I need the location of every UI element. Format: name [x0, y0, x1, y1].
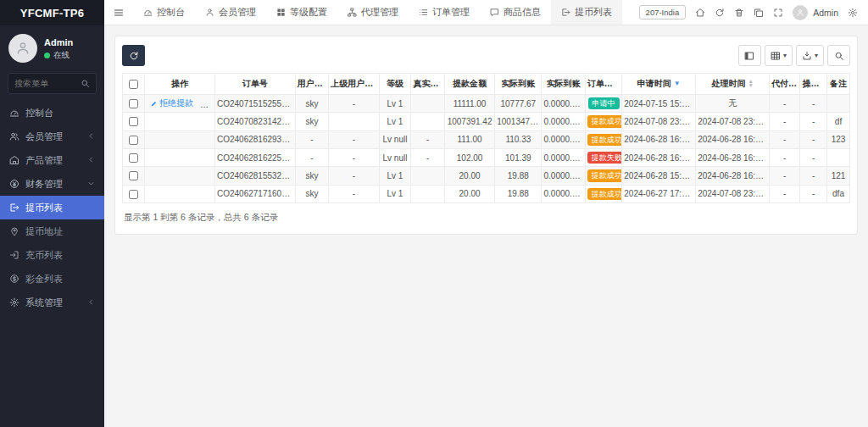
topnav-tab-2[interactable]: 等级配置	[266, 0, 337, 25]
topnav-tab-label: 商品信息	[504, 6, 541, 19]
cell-amount: 20.00	[444, 167, 494, 185]
topnav-tab-3[interactable]: 代理管理	[337, 0, 409, 25]
cell-pay-method: -	[770, 95, 800, 113]
column-header[interactable]: 申请时间▼	[622, 74, 696, 95]
cell-amount: 11111.00	[444, 95, 494, 113]
cell-process-time: 2024-06-28 16:23:42	[696, 149, 770, 167]
topnav-tab-5[interactable]: 商品信息	[480, 0, 551, 25]
cell-parent-user	[329, 113, 379, 130]
refresh-button[interactable]	[715, 8, 725, 18]
column-header[interactable]: 订单号	[214, 74, 295, 95]
row-checkbox[interactable]	[129, 171, 138, 180]
gear-icon	[9, 297, 19, 308]
row-checkbox[interactable]	[129, 136, 138, 145]
sidebar-item-8[interactable]: 系统管理	[0, 291, 104, 314]
panel-toolbar-row: ▾▾	[122, 45, 850, 66]
sidebar-item-2[interactable]: 产品管理	[0, 148, 104, 172]
topnav-tab-6[interactable]: 提币列表	[551, 0, 622, 25]
signout-icon	[9, 202, 19, 213]
table-body: 拒绝提款同意提款CO2407151525504254sky-Lv 111111.…	[123, 95, 850, 203]
column-header[interactable]: 代付方式	[770, 74, 800, 95]
sidebar-user-status: 在线	[44, 50, 73, 61]
column-header[interactable]: 等级	[379, 74, 411, 95]
columns-button[interactable]: ▾	[765, 45, 793, 66]
sidebar-item-label: 控制台	[25, 107, 95, 119]
sidebar-item-7[interactable]: 彩金列表	[0, 267, 104, 291]
row-checkbox[interactable]	[129, 153, 138, 163]
menu-search-input[interactable]	[14, 79, 81, 88]
row-checkbox[interactable]	[129, 190, 138, 199]
column-header[interactable]: 操作员	[800, 74, 827, 95]
topnav-tab-4[interactable]: 订单管理	[409, 0, 480, 25]
withdraw-table: 操作订单号用户名称上级用户名称等级真实姓名提款金额实际到账实际到账订单状态申请时…	[122, 73, 850, 203]
cell-remark: dfa	[827, 185, 850, 202]
cell-level: Lv 1	[379, 167, 411, 185]
settings-button[interactable]	[848, 8, 858, 18]
column-header[interactable]: 操作	[145, 74, 215, 95]
column-header[interactable]: 处理时间▲▼	[696, 74, 770, 95]
status-badge: 提款成功	[587, 115, 622, 127]
export-button[interactable]: ▾	[796, 45, 824, 66]
search-button[interactable]	[827, 45, 850, 66]
row-checkbox[interactable]	[129, 99, 138, 108]
cell-level: Lv null	[379, 130, 411, 148]
row-checkbox[interactable]	[129, 117, 138, 126]
site-selector-button[interactable]: 207-India	[639, 5, 687, 19]
sort-icon[interactable]: ▲▼	[748, 80, 753, 88]
search-icon[interactable]	[81, 79, 90, 88]
cell-amount: 111.00	[444, 130, 494, 148]
cell-status: 提款成功	[585, 130, 621, 148]
row-select-cell	[123, 149, 145, 167]
column-header[interactable]: 实际到账	[495, 74, 542, 95]
cell-actions	[145, 167, 215, 185]
cell-order-no: CO2407082314218211	[214, 113, 295, 130]
menu-toggle-button[interactable]	[104, 8, 133, 18]
cell-pay-method: -	[770, 149, 800, 167]
column-header[interactable]: 备注	[827, 74, 850, 95]
cell-parent-user: -	[329, 130, 379, 148]
toggle-column-button[interactable]	[738, 45, 761, 66]
sidebar-item-3[interactable]: 财务管理	[0, 172, 104, 196]
sidebar-item-6[interactable]: 充币列表	[0, 243, 104, 267]
clear-cache-button[interactable]	[734, 8, 744, 18]
sidebar-item-1[interactable]: 会员管理	[0, 125, 104, 148]
cell-actions	[145, 185, 215, 202]
cell-status: 提款成功	[585, 167, 621, 185]
sidebar-item-0[interactable]: 控制台	[0, 101, 104, 125]
refresh-icon	[129, 51, 139, 61]
clone-tab-button[interactable]	[754, 8, 764, 18]
column-header[interactable]: 订单状态	[585, 74, 621, 95]
column-header[interactable]: 用户名称	[295, 74, 329, 95]
cell-realname	[411, 185, 445, 202]
cell-actual2: 0.0000.000	[542, 167, 585, 185]
table-refresh-button[interactable]	[122, 45, 145, 66]
withdraw-list-panel: ▾▾ 操作订单号用户名称上级用户名称等级真实姓名提款金额实际到账实际到账订单状态…	[114, 36, 858, 235]
sidebar-user-panel: Admin 在线	[0, 25, 104, 71]
user-menu[interactable]: Admin	[793, 5, 838, 20]
sidebar-item-4[interactable]: 提币列表	[0, 196, 104, 219]
fullscreen-button[interactable]	[773, 8, 783, 18]
cell-operator: -	[800, 95, 827, 113]
sidebar-item-5[interactable]: 提币地址	[0, 219, 104, 243]
chevron-left-icon	[87, 155, 95, 165]
user-icon	[796, 8, 804, 17]
cell-realname	[411, 113, 445, 130]
topnav-tab-0[interactable]: 控制台	[133, 0, 195, 25]
sidebar-item-label: 会员管理	[25, 130, 81, 143]
column-header[interactable]: 真实姓名	[411, 74, 445, 95]
column-header[interactable]: 实际到账	[542, 74, 585, 95]
home-button[interactable]	[695, 8, 705, 18]
cell-user: sky	[295, 113, 329, 130]
topnav-tab-label: 代理管理	[361, 6, 398, 19]
column-header[interactable]: 提款金额	[444, 74, 494, 95]
column-header[interactable]: 上级用户名称	[329, 74, 379, 95]
select-all-checkbox[interactable]	[129, 80, 138, 89]
sort-desc-icon[interactable]: ▼	[674, 80, 681, 87]
cell-pay-method: -	[770, 167, 800, 185]
cell-parent-user: -	[329, 95, 379, 113]
cell-apply-time: 2024-06-28 16:29:35	[622, 130, 696, 148]
pencil-icon	[150, 100, 158, 108]
topnav-tab-1[interactable]: 会员管理	[195, 0, 266, 25]
reject-withdraw-link[interactable]: 拒绝提款	[150, 97, 193, 109]
cell-status: 申请中	[585, 95, 621, 113]
